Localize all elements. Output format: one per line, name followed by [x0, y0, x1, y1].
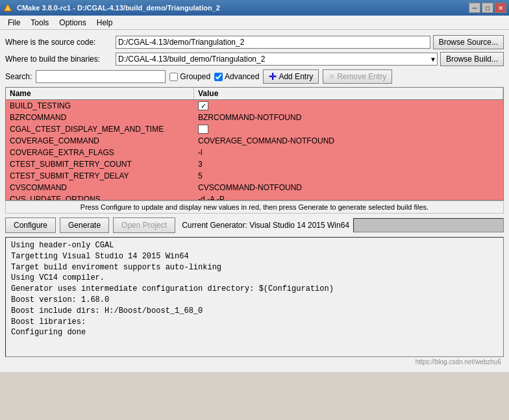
- add-icon: ✛: [269, 71, 277, 82]
- table-cell-name: COVERAGE_COMMAND: [6, 136, 194, 146]
- configure-button[interactable]: Configure: [5, 217, 56, 233]
- remove-x-icon: ✕: [329, 72, 335, 81]
- generator-label: Current Generator: Visual Studio 14 2015…: [182, 221, 349, 230]
- table-row[interactable]: BUILD_TESTING: [6, 100, 503, 112]
- hint-bar: Press Configure to update and display ne…: [5, 201, 504, 214]
- log-line: Boost include dirs: H:/Boost/boost_1_68_…: [11, 306, 498, 317]
- table-row[interactable]: CGAL_CTEST_DISPLAY_MEM_AND_TIME: [6, 123, 503, 135]
- table-cell-name: CGAL_CTEST_DISPLAY_MEM_AND_TIME: [6, 124, 194, 134]
- build-row: Where to build the binaries: D:/CGAL-4.1…: [5, 52, 504, 66]
- log-output: Using header-only CGALTargetting Visual …: [5, 237, 504, 357]
- remove-entry-label: Remove Entry: [337, 72, 386, 81]
- source-label: Where is the source code:: [5, 38, 116, 47]
- log-line: Configuring done: [11, 327, 498, 338]
- source-input-wrapper: Browse Source...: [116, 35, 504, 49]
- build-select-wrapper: D:/CGAL-4.13/build_demo/Triangulation_2 …: [116, 53, 438, 66]
- table-row[interactable]: CTEST_SUBMIT_RETRY_COUNT3: [6, 158, 503, 170]
- table-cell-name: CVS_UPDATE_OPTIONS: [6, 194, 194, 201]
- log-line: Using VC14 compiler.: [11, 273, 498, 284]
- menu-help[interactable]: Help: [92, 17, 118, 29]
- table-row[interactable]: CTEST_SUBMIT_RETRY_DELAY5: [6, 170, 503, 182]
- minimize-button[interactable]: ─: [469, 3, 480, 13]
- titlebar-buttons: ─ □ ✕: [469, 3, 506, 13]
- menubar: File Tools Options Help: [0, 16, 509, 30]
- grouped-checkbox[interactable]: [169, 73, 178, 81]
- table-body: BUILD_TESTINGBZRCOMMANDBZRCOMMAND-NOTFOU…: [6, 100, 503, 201]
- table-cell-name: BZRCOMMAND: [6, 112, 194, 123]
- build-label: Where to build the binaries:: [5, 55, 116, 64]
- table-cell-value: 5: [194, 171, 503, 181]
- table-row[interactable]: COVERAGE_EXTRA_FLAGS-l: [6, 147, 503, 158]
- table-row[interactable]: COVERAGE_COMMANDCOVERAGE_COMMAND-NOTFOUN…: [6, 135, 503, 147]
- menu-tools[interactable]: Tools: [25, 17, 54, 29]
- browse-source-button[interactable]: Browse Source...: [433, 35, 504, 49]
- add-entry-label: Add Entry: [279, 72, 313, 81]
- generate-button[interactable]: Generate: [60, 217, 109, 233]
- log-line: Targetting Visual Studio 14 2015 Win64: [11, 251, 498, 262]
- titlebar: CMake 3.8.0-rc1 - D:/CGAL-4.13/build_dem…: [0, 0, 509, 16]
- menu-file[interactable]: File: [3, 17, 25, 29]
- table-header: Name Value: [6, 88, 503, 100]
- table-cell-name: CTEST_SUBMIT_RETRY_COUNT: [6, 159, 194, 169]
- search-label: Search:: [5, 72, 32, 81]
- table-cell-value: [194, 101, 503, 111]
- window-body: Where is the source code: Browse Source.…: [0, 30, 509, 372]
- table-checkbox-checked[interactable]: [198, 101, 208, 110]
- hint-text: Press Configure to update and display ne…: [81, 203, 428, 211]
- table-cell-value: -d -A -P: [194, 194, 503, 201]
- log-line: Using header-only CGAL: [11, 240, 498, 251]
- build-path-select[interactable]: D:/CGAL-4.13/build_demo/Triangulation_2: [116, 53, 438, 66]
- titlebar-title: CMake 3.8.0-rc1 - D:/CGAL-4.13/build_dem…: [17, 4, 220, 12]
- table-cell-name: CVSCOMMAND: [6, 182, 194, 193]
- build-input-wrapper: D:/CGAL-4.13/build_demo/Triangulation_2 …: [116, 52, 504, 66]
- search-row: Search: Grouped Advanced ✛ Add Entry ✕ R…: [5, 69, 504, 84]
- log-line: Target build enviroment supports auto-li…: [11, 262, 498, 273]
- watermark: https://blog.csdn.net/webzhu6: [5, 357, 504, 367]
- log-line: Boost libraries:: [11, 317, 498, 328]
- table-cell-value: 3: [194, 159, 503, 169]
- table-cell-name: COVERAGE_EXTRA_FLAGS: [6, 147, 194, 158]
- grouped-label: Grouped: [180, 72, 210, 81]
- grouped-checkbox-item: Grouped: [169, 72, 210, 81]
- table-cell-value: BZRCOMMAND-NOTFOUND: [194, 112, 503, 123]
- cmake-icon: [3, 3, 13, 13]
- table-cell-value: COVERAGE_COMMAND-NOTFOUND: [194, 136, 503, 146]
- table-row[interactable]: BZRCOMMANDBZRCOMMAND-NOTFOUND: [6, 112, 503, 123]
- table-cell-name: CTEST_SUBMIT_RETRY_DELAY: [6, 171, 194, 181]
- table-row[interactable]: CVS_UPDATE_OPTIONS-d -A -P: [6, 193, 503, 201]
- log-line: Generator uses intermediate configuratio…: [11, 284, 498, 295]
- watermark-text: https://blog.csdn.net/webzhu6: [416, 358, 501, 365]
- maximize-button[interactable]: □: [482, 3, 493, 13]
- add-entry-button[interactable]: ✛ Add Entry: [263, 69, 319, 84]
- action-row: Configure Generate Open Project Current …: [5, 217, 504, 233]
- open-project-button[interactable]: Open Project: [113, 217, 175, 233]
- header-value: Value: [194, 88, 503, 99]
- menu-options[interactable]: Options: [54, 17, 91, 29]
- table-row[interactable]: CVSCOMMANDCVSCOMMAND-NOTFOUND: [6, 182, 503, 193]
- table-checkbox-unchecked[interactable]: [198, 125, 208, 134]
- advanced-label: Advanced: [225, 72, 259, 81]
- advanced-checkbox-item: Advanced: [214, 72, 259, 81]
- search-input[interactable]: [36, 70, 166, 83]
- source-input[interactable]: [116, 36, 430, 49]
- table-container[interactable]: Name Value BUILD_TESTINGBZRCOMMANDBZRCOM…: [5, 87, 504, 201]
- table-cell-name: BUILD_TESTING: [6, 101, 194, 111]
- remove-entry-button[interactable]: ✕ Remove Entry: [323, 69, 392, 84]
- browse-build-button[interactable]: Browse Build...: [440, 52, 504, 66]
- close-button[interactable]: ✕: [495, 3, 506, 13]
- advanced-checkbox[interactable]: [214, 73, 223, 81]
- titlebar-left: CMake 3.8.0-rc1 - D:/CGAL-4.13/build_dem…: [3, 3, 220, 13]
- table-cell-value: CVSCOMMAND-NOTFOUND: [194, 182, 503, 193]
- table-cell-value: [194, 124, 503, 134]
- progress-bar: [353, 218, 504, 232]
- source-row: Where is the source code: Browse Source.…: [5, 35, 504, 49]
- table-cell-value: -l: [194, 147, 503, 158]
- header-name: Name: [6, 88, 194, 99]
- log-line: Boost version: 1.68.0: [11, 295, 498, 306]
